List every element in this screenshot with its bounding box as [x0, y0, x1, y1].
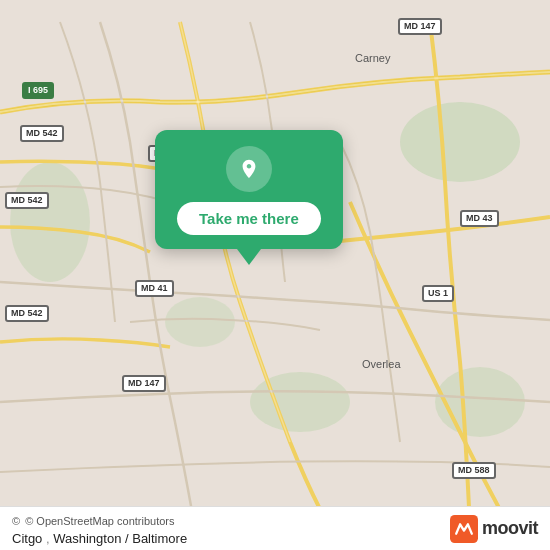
moovit-logo-icon [450, 515, 478, 543]
openstreetmap-attribution: © OpenStreetMap contributors [25, 515, 174, 527]
road-badge-md147a: MD 147 [398, 18, 442, 35]
road-badge-md542c: MD 542 [5, 305, 49, 322]
place-label-overlea: Overlea [362, 358, 401, 370]
road-badge-md542b: MD 542 [5, 192, 49, 209]
moovit-brand-name: moovit [482, 518, 538, 539]
svg-point-4 [165, 297, 235, 347]
take-me-there-button[interactable]: Take me there [177, 202, 321, 235]
popup-tail [237, 249, 261, 265]
svg-point-5 [435, 367, 525, 437]
road-badge-md147b: MD 147 [122, 375, 166, 392]
attribution-text: © © OpenStreetMap contributors Citgo , W… [12, 511, 187, 547]
svg-point-3 [250, 372, 350, 432]
bottom-bar: © © OpenStreetMap contributors Citgo , W… [0, 506, 550, 550]
svg-point-1 [400, 102, 520, 182]
road-badge-md43: MD 43 [460, 210, 499, 227]
svg-point-2 [10, 162, 90, 282]
road-badge-i695: I 695 [22, 82, 54, 99]
place-label-carney: Carney [355, 52, 390, 64]
popup-icon-circle [226, 146, 272, 192]
location-pin-icon [238, 158, 260, 180]
moovit-logo: moovit [450, 515, 538, 543]
place-name-label: Citgo , Washington / Baltimore [12, 531, 187, 546]
road-badge-md41b: MD 41 [135, 280, 174, 297]
road-badge-md542a: MD 542 [20, 125, 64, 142]
popup-card: Take me there [155, 130, 343, 249]
road-badge-us1: US 1 [422, 285, 454, 302]
map-popup: Take me there [155, 130, 343, 265]
road-badge-md588: MD 588 [452, 462, 496, 479]
map-container: Carney Parkville Overlea I 695 MD 542 MD… [0, 0, 550, 550]
